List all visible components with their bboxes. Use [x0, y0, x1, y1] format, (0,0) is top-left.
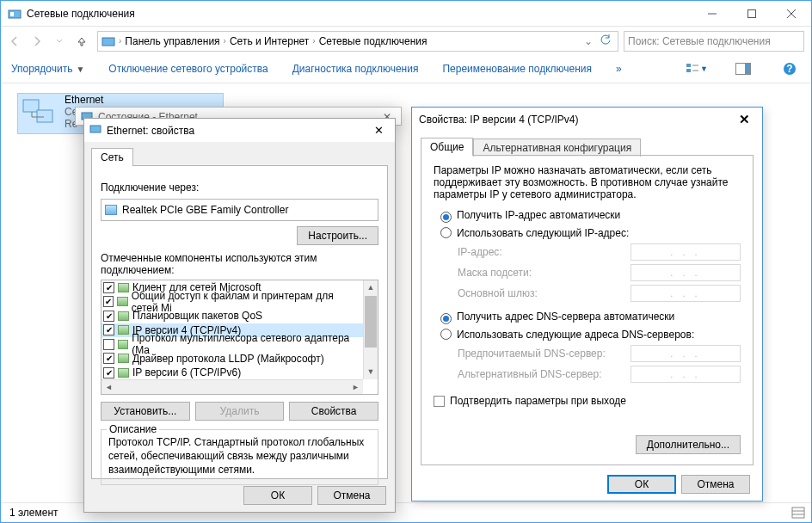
scroll-right-arrow[interactable]: ►	[348, 380, 363, 394]
radio-ip-auto-label: Получить IP-адрес автоматически	[457, 209, 620, 221]
ethernet-properties-dialog: Ethernet: свойства ✕ Сеть Подключение че…	[83, 118, 396, 513]
command-bar: Упорядочить▼ Отключение сетевого устройс…	[1, 55, 811, 83]
breadcrumb-network-connections[interactable]: Сетевые подключения	[316, 34, 431, 49]
window-icon	[8, 7, 22, 21]
alternate-dns-label: Альтернативный DNS-сервер:	[458, 368, 631, 380]
component-label: Планировщик пакетов QoS	[132, 310, 262, 322]
uninstall-button: Удалить	[195, 402, 285, 421]
connect-via-label: Подключение через:	[101, 182, 378, 194]
component-label: IP версии 6 (TCP/IPv6)	[132, 366, 241, 378]
maximize-button[interactable]	[732, 1, 772, 27]
components-list[interactable]: ✔Клиент для сетей Microsoft✔Общий доступ…	[101, 280, 378, 395]
component-icon	[118, 325, 129, 335]
disable-device-button[interactable]: Отключение сетевого устройства	[108, 63, 268, 75]
properties-button[interactable]: Свойства	[289, 402, 378, 421]
cancel-button[interactable]: Отмена	[681, 475, 750, 494]
radio-dns-auto[interactable]	[440, 313, 452, 324]
close-button[interactable]	[772, 1, 811, 27]
component-checkbox[interactable]: ✔	[103, 282, 114, 293]
rename-button[interactable]: Переименование подключения	[442, 63, 592, 75]
component-row[interactable]: ✔IP версии 6 (TCP/IPv6)	[102, 366, 363, 379]
search-box[interactable]: Поиск: Сетевые подключения	[624, 31, 804, 52]
preferred-dns-input: . . .	[631, 345, 741, 362]
adapter-icon	[105, 205, 117, 215]
component-checkbox[interactable]: ✔	[103, 324, 114, 335]
validate-label: Подтвердить параметры при выходе	[450, 395, 626, 407]
tab-network[interactable]: Сеть	[91, 148, 133, 166]
radio-ip-manual-label: Использовать следующий IP-адрес:	[457, 227, 629, 239]
components-label: Отмеченные компоненты используются этим …	[101, 252, 378, 276]
svg-rect-1	[10, 12, 14, 16]
more-menu[interactable]: »	[616, 63, 622, 75]
ipv4-titlebar[interactable]: Свойства: IP версии 4 (TCP/IPv4) ✕	[412, 108, 762, 132]
scroll-thumb[interactable]	[365, 296, 377, 348]
component-checkbox[interactable]: ✔	[103, 311, 114, 322]
network-icon	[89, 123, 102, 138]
address-dropdown[interactable]: ⌄	[581, 35, 595, 47]
refresh-button[interactable]	[595, 34, 616, 48]
description-text: Протокол TCP/IP. Стандартный протокол гл…	[108, 435, 371, 477]
details-view-icon[interactable]	[790, 505, 806, 520]
tab-alternative[interactable]: Альтернативная конфигурация	[473, 138, 641, 157]
ok-button[interactable]: ОК	[243, 486, 312, 505]
properties-titlebar[interactable]: Ethernet: свойства ✕	[84, 119, 395, 142]
close-icon[interactable]: ✕	[367, 124, 390, 137]
search-placeholder: Поиск: Сетевые подключения	[628, 35, 771, 47]
horizontal-scrollbar[interactable]: ◄ ►	[102, 379, 363, 394]
component-icon	[118, 311, 129, 321]
radio-ip-manual[interactable]	[440, 227, 452, 238]
component-row[interactable]: Протокол мультиплексора сетевого адаптер…	[102, 337, 363, 352]
component-checkbox[interactable]: ✔	[103, 367, 114, 378]
svg-rect-15	[23, 100, 39, 112]
back-button[interactable]	[4, 31, 25, 52]
radio-dns-manual[interactable]	[440, 329, 452, 340]
address-bar[interactable]: › Панель управления › Сеть и Интернет › …	[97, 31, 618, 52]
ip-address-input: . . .	[631, 243, 741, 261]
ip-address-label: IP-адрес:	[458, 246, 631, 258]
adapter-box: Realtek PCIe GBE Family Controller	[101, 199, 378, 221]
ip-description: Параметры IP можно назначать автоматичес…	[434, 164, 741, 200]
diagnose-button[interactable]: Диагностика подключения	[292, 63, 419, 75]
subnet-mask-input: . . .	[631, 264, 741, 281]
component-checkbox[interactable]	[103, 339, 114, 350]
cancel-button[interactable]: Отмена	[317, 486, 386, 505]
component-checkbox[interactable]: ✔	[103, 296, 114, 307]
status-count: 1 элемент	[9, 507, 58, 519]
close-icon[interactable]: ✕	[733, 112, 755, 127]
vertical-scrollbar[interactable]: ▲ ▼	[363, 280, 378, 379]
component-checkbox[interactable]: ✔	[103, 353, 114, 364]
help-button[interactable]: ?	[778, 59, 801, 78]
tab-general[interactable]: Общие	[421, 138, 473, 156]
configure-button[interactable]: Настроить...	[297, 226, 378, 245]
scroll-down-arrow[interactable]: ▼	[364, 365, 378, 379]
preview-pane-button[interactable]	[732, 59, 754, 78]
properties-title: Ethernet: свойства	[107, 125, 367, 137]
svg-rect-6	[102, 38, 114, 46]
radio-ip-auto[interactable]	[440, 212, 452, 223]
ethernet-icon	[18, 94, 59, 133]
gateway-input: . . .	[631, 285, 741, 302]
chevron-down-icon: ▼	[76, 65, 84, 74]
install-button[interactable]: Установить...	[101, 402, 190, 421]
component-row[interactable]: ✔Общий доступ к файлам и принтерам для с…	[102, 295, 363, 310]
up-button[interactable]	[71, 31, 92, 52]
component-row[interactable]: ✔Драйвер протокола LLDP (Майкрософт)	[102, 352, 363, 366]
view-options-button[interactable]: ▼	[686, 59, 708, 78]
scroll-up-arrow[interactable]: ▲	[364, 280, 378, 295]
tab-page-network: Подключение через: Realtek PCIe GBE Fami…	[91, 165, 388, 479]
adapter-name: Realtek PCIe GBE Family Controller	[122, 204, 288, 216]
component-icon	[117, 297, 127, 306]
scroll-left-arrow[interactable]: ◄	[102, 380, 116, 394]
validate-checkbox[interactable]	[434, 396, 445, 407]
organize-menu[interactable]: Упорядочить▼	[11, 63, 84, 75]
minimize-button[interactable]	[692, 1, 732, 27]
forward-button[interactable]	[27, 31, 47, 52]
recent-dropdown[interactable]	[49, 31, 70, 52]
breadcrumb-network-internet[interactable]: Сеть и Интернет	[226, 34, 312, 49]
svg-rect-8	[686, 69, 691, 72]
breadcrumb-control-panel[interactable]: Панель управления	[121, 34, 223, 49]
ok-button[interactable]: ОК	[607, 475, 676, 494]
component-icon	[118, 283, 129, 292]
preferred-dns-label: Предпочитаемый DNS-сервер:	[458, 348, 631, 360]
advanced-button[interactable]: Дополнительно...	[636, 435, 741, 454]
